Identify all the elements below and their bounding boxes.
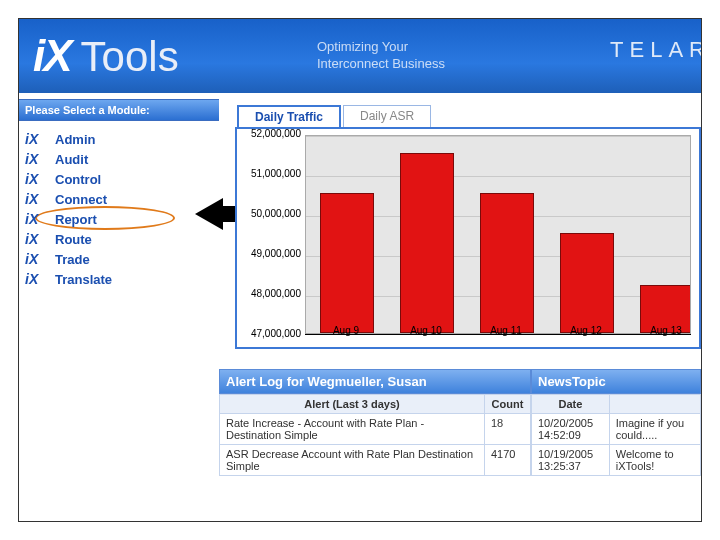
sidebar-item-route[interactable]: iXRoute bbox=[25, 229, 215, 249]
news-date: 10/19/2005 13:25:37 bbox=[532, 445, 610, 476]
x-tick-label: Aug 13 bbox=[639, 325, 693, 336]
y-tick-label: 47,000,000 bbox=[251, 328, 301, 339]
sidebar-item-label: Audit bbox=[55, 152, 88, 167]
x-tick-label: Aug 10 bbox=[399, 325, 453, 336]
ix-icon: iX bbox=[25, 151, 51, 167]
ix-icon: iX bbox=[25, 191, 51, 207]
ix-icon: iX bbox=[25, 131, 51, 147]
chart-tabs: Daily Traffic Daily ASR bbox=[237, 105, 701, 127]
chart-bar bbox=[400, 153, 454, 333]
ix-icon: iX bbox=[25, 231, 51, 247]
x-tick-label: Aug 9 bbox=[319, 325, 373, 336]
sidebar-item-report[interactable]: iXReport bbox=[25, 209, 215, 229]
chart-bar bbox=[320, 193, 374, 333]
alert-text: Rate Increase - Account with Rate Plan -… bbox=[220, 414, 485, 445]
news-col-topic bbox=[609, 395, 700, 414]
table-row: 10/20/2005 14:52:09Imagine if you could.… bbox=[532, 414, 701, 445]
news-topic-link[interactable]: Welcome to iXTools! bbox=[609, 445, 700, 476]
logo-mark: iX bbox=[33, 31, 71, 81]
chart-area: 47,000,00048,000,00049,000,00050,000,000… bbox=[305, 135, 691, 335]
sidebar-item-control[interactable]: iXControl bbox=[25, 169, 215, 189]
ix-icon: iX bbox=[25, 271, 51, 287]
sidebar-item-label: Report bbox=[55, 212, 97, 227]
tab-daily-asr[interactable]: Daily ASR bbox=[343, 105, 431, 127]
alert-panel-title: Alert Log for Wegmueller, Susan bbox=[219, 369, 531, 394]
brand-right: TELAR bbox=[610, 37, 702, 63]
sidebar-item-label: Trade bbox=[55, 252, 90, 267]
alert-count: 4170 bbox=[485, 445, 531, 476]
alert-table: Alert (Last 3 days) Count Rate Increase … bbox=[219, 394, 531, 476]
chart-bar bbox=[560, 233, 614, 333]
y-tick-label: 49,000,000 bbox=[251, 248, 301, 259]
sidebar-title: Please Select a Module: bbox=[19, 99, 219, 121]
y-tick-label: 51,000,000 bbox=[251, 168, 301, 179]
table-row: Rate Increase - Account with Rate Plan -… bbox=[220, 414, 531, 445]
app-logo: iX Tools bbox=[33, 31, 179, 81]
sidebar-item-trade[interactable]: iXTrade bbox=[25, 249, 215, 269]
alert-text: ASR Decrease Account with Rate Plan Dest… bbox=[220, 445, 485, 476]
alert-col-count: Count bbox=[485, 395, 531, 414]
chart-frame: 47,000,00048,000,00049,000,00050,000,000… bbox=[235, 127, 701, 349]
sidebar-item-connect[interactable]: iXConnect bbox=[25, 189, 215, 209]
alert-panel: Alert Log for Wegmueller, Susan Alert (L… bbox=[219, 369, 531, 476]
x-tick-label: Aug 12 bbox=[559, 325, 613, 336]
logo-word: Tools bbox=[81, 33, 179, 81]
news-panel: NewsTopic Date 10/20/2005 14:52:09Imagin… bbox=[531, 369, 701, 476]
alert-count: 18 bbox=[485, 414, 531, 445]
sidebar-item-translate[interactable]: iXTranslate bbox=[25, 269, 215, 289]
sidebar-item-label: Admin bbox=[55, 132, 95, 147]
sidebar-item-label: Route bbox=[55, 232, 92, 247]
sidebar-item-label: Translate bbox=[55, 272, 112, 287]
news-panel-title: NewsTopic bbox=[531, 369, 701, 394]
table-row: ASR Decrease Account with Rate Plan Dest… bbox=[220, 445, 531, 476]
ix-icon: iX bbox=[25, 171, 51, 187]
tagline: Optimizing Your Interconnect Business bbox=[317, 39, 445, 73]
app-banner: iX Tools Optimizing Your Interconnect Bu… bbox=[19, 19, 701, 93]
sidebar-item-audit[interactable]: iXAudit bbox=[25, 149, 215, 169]
sidebar: Please Select a Module: iXAdminiXAuditiX… bbox=[19, 93, 219, 521]
ix-icon: iX bbox=[25, 251, 51, 267]
x-tick-label: Aug 11 bbox=[479, 325, 533, 336]
y-tick-label: 50,000,000 bbox=[251, 208, 301, 219]
news-topic-link[interactable]: Imagine if you could..... bbox=[609, 414, 700, 445]
sidebar-item-label: Control bbox=[55, 172, 101, 187]
tab-daily-traffic[interactable]: Daily Traffic bbox=[237, 105, 341, 127]
news-date: 10/20/2005 14:52:09 bbox=[532, 414, 610, 445]
sidebar-item-label: Connect bbox=[55, 192, 107, 207]
alert-col-alert: Alert (Last 3 days) bbox=[220, 395, 485, 414]
y-tick-label: 48,000,000 bbox=[251, 288, 301, 299]
news-col-date: Date bbox=[532, 395, 610, 414]
sidebar-item-admin[interactable]: iXAdmin bbox=[25, 129, 215, 149]
table-row: 10/19/2005 13:25:37Welcome to iXTools! bbox=[532, 445, 701, 476]
y-tick-label: 52,000,000 bbox=[251, 128, 301, 139]
news-table: Date 10/20/2005 14:52:09Imagine if you c… bbox=[531, 394, 701, 476]
chart-bar bbox=[480, 193, 534, 333]
ix-icon: iX bbox=[25, 211, 51, 227]
